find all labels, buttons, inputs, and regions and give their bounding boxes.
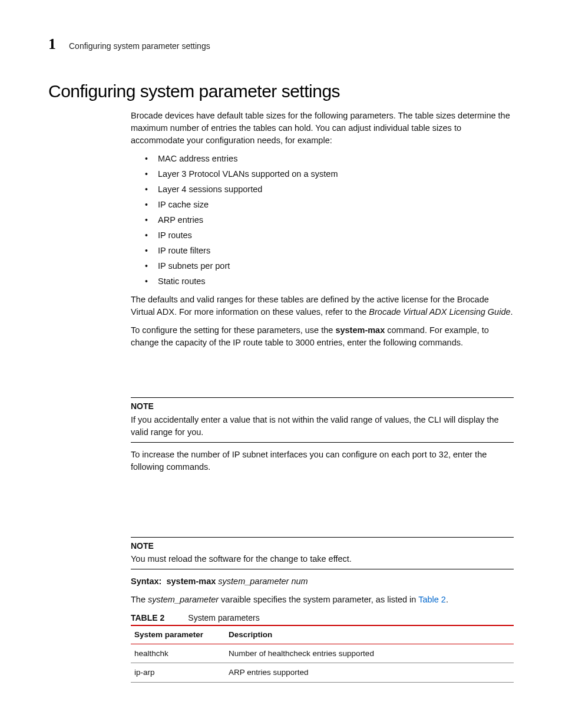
bullet-list: MAC address entries Layer 3 Protocol VLA… [145, 153, 514, 288]
table-caption-text: System parameters [188, 613, 259, 622]
spacer [131, 355, 514, 391]
parameter-name: system_parameter [148, 595, 219, 604]
config-paragraph: To configure the setting for these param… [131, 324, 514, 349]
note-text: If you accidentally enter a value that i… [131, 414, 514, 439]
list-item: MAC address entries [145, 153, 514, 165]
spacer [131, 479, 514, 531]
table-header: System parameter [131, 625, 225, 644]
syntax-command: system-max [166, 577, 216, 586]
chapter-title: Configuring system parameter settings [69, 41, 210, 51]
table-cell: Number of healthcheck entries supported [225, 644, 514, 663]
list-item: IP routes [145, 229, 514, 242]
page-title: Configuring system parameter settings [48, 81, 514, 101]
table-header-row: System parameter Description [131, 625, 514, 644]
body-content: Brocade devices have default table sizes… [131, 110, 514, 683]
syntax-args: system_parameter num [218, 577, 308, 586]
list-item: IP route filters [145, 245, 514, 257]
running-header: 1 Configuring system parameter settings [48, 35, 514, 53]
table-header: Description [225, 625, 514, 644]
guide-reference: Brocade Virtual ADX Licensing Guide [369, 307, 510, 317]
table-row: healthchk Number of healthcheck entries … [131, 644, 514, 663]
subnet-paragraph: To increase the number of IP subnet inte… [131, 449, 514, 473]
note-text: You must reload the software for the cha… [131, 553, 514, 565]
note-block: NOTE If you accidentally enter a value t… [131, 397, 514, 442]
system-parameters-table: System parameter Description healthchk N… [131, 625, 514, 683]
chapter-number: 1 [48, 35, 56, 53]
table-cell: healthchk [131, 644, 225, 663]
text: . [511, 307, 513, 317]
list-item: Static routes [145, 275, 514, 288]
table-cell: ARP entries supported [225, 663, 514, 683]
table-wrapper: TABLE 2System parameters System paramete… [131, 612, 514, 683]
command-name: system-max [335, 325, 385, 335]
note-label: NOTE [131, 540, 514, 552]
syntax-description: The system_parameter varaible specifies … [131, 594, 514, 606]
list-item: ARP entries [145, 214, 514, 226]
list-item: IP cache size [145, 199, 514, 211]
syntax-line: Syntax: system-max system_parameter num [131, 575, 514, 588]
note-block: NOTE You must reload the software for th… [131, 537, 514, 569]
table-cell: ip-arp [131, 663, 225, 683]
text: To configure the setting for these param… [131, 325, 335, 335]
list-item: Layer 3 Protocol VLANs supported on a sy… [145, 168, 514, 180]
list-item: IP subnets per port [145, 260, 514, 272]
table-label: TABLE 2 [131, 613, 164, 622]
text: The [131, 595, 148, 604]
table-link[interactable]: Table 2 [418, 595, 446, 604]
text: . [446, 595, 448, 604]
table-row: ip-arp ARP entries supported [131, 663, 514, 683]
syntax-label: Syntax: [131, 577, 161, 586]
intro-paragraph: Brocade devices have default table sizes… [131, 110, 514, 147]
defaults-paragraph: The defaults and valid ranges for these … [131, 294, 514, 318]
text: varaible specifies the system parameter,… [219, 595, 418, 604]
list-item: Layer 4 sessions supported [145, 183, 514, 196]
table-caption: TABLE 2System parameters [131, 612, 514, 624]
note-label: NOTE [131, 400, 514, 412]
